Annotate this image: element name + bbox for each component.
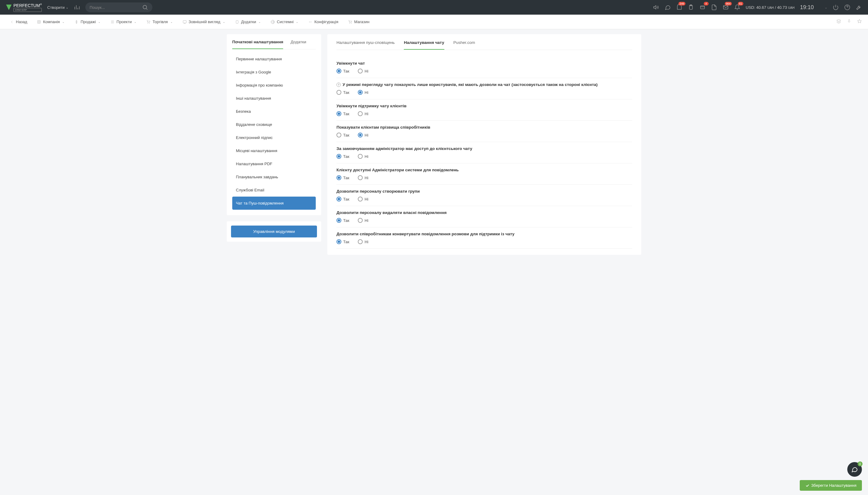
setting-label: Увімкнути чат (336, 61, 632, 66)
mail-icon[interactable]: 964 (723, 4, 729, 10)
sidebar-item[interactable]: Первинне налаштування (232, 52, 316, 66)
setting-label: Дозволити персоналу видаляти власні пові… (336, 210, 632, 215)
radio-group: ТакНі (336, 90, 632, 95)
clipboard-icon[interactable] (688, 4, 694, 10)
radio-option-yes[interactable]: Так (336, 197, 349, 202)
sidebar-card: Початкові налаштування Додатки Первинне … (227, 34, 321, 215)
radio-group: ТакНі (336, 154, 632, 159)
setting-label: Увімкнути підтримку чату клієнтів (336, 104, 632, 108)
radio-option-no[interactable]: Ні (358, 239, 368, 244)
create-button[interactable]: Створити (47, 5, 68, 10)
radio-option-yes[interactable]: Так (336, 133, 349, 137)
radio-group: ТакНі (336, 239, 632, 244)
content-tabs: Налаштування пуш-сповіщень Налаштування … (336, 40, 632, 50)
nav-system[interactable]: Системні (267, 15, 302, 29)
messages-icon[interactable]: 4 (699, 4, 706, 10)
radio-group: ТакНі (336, 197, 632, 202)
sidebar-item[interactable]: Інші налаштування (232, 92, 316, 105)
radio-option-no[interactable]: Ні (358, 90, 368, 95)
doc-icon[interactable] (711, 4, 717, 10)
sidebar-tab-addons[interactable]: Додатки (291, 40, 306, 49)
radio-group: ТакНі (336, 69, 632, 73)
flame-icon[interactable] (847, 19, 852, 25)
nav-sales[interactable]: Продажі (71, 15, 104, 29)
nav-trade[interactable]: Торгівля (143, 15, 176, 29)
star-icon[interactable] (857, 19, 862, 25)
inbox-icon[interactable]: 249 (676, 4, 682, 10)
logo-sup: ® (40, 3, 42, 6)
radio-option-no[interactable]: Ні (358, 111, 368, 116)
sound-icon[interactable] (653, 4, 659, 10)
sidebar-menu: Первинне налаштуванняІнтеграція з Google… (232, 52, 316, 210)
svg-rect-9 (236, 20, 238, 23)
radio-option-yes[interactable]: Так (336, 90, 349, 95)
sidebar-tabs: Початкові налаштування Додатки (232, 40, 316, 49)
tab-push[interactable]: Налаштування пуш-сповіщень (336, 40, 395, 50)
sidebar-item[interactable]: Інтеграція з Google (232, 66, 316, 79)
layers-icon[interactable] (836, 19, 841, 25)
sidebar-tab-initial[interactable]: Початкові налаштування (232, 40, 283, 49)
modules-button[interactable]: Управління модулями (231, 225, 317, 237)
radio-option-no[interactable]: Ні (358, 175, 368, 180)
wrench-icon[interactable] (856, 4, 862, 10)
radio-option-yes[interactable]: Так (336, 239, 349, 244)
radio-icon (358, 239, 363, 244)
help-icon[interactable] (844, 4, 850, 10)
power-icon[interactable] (833, 4, 839, 10)
radio-option-yes[interactable]: Так (336, 111, 349, 116)
setting-row: Клієнту доступні Адміністратори системи … (336, 164, 632, 185)
nav-right (836, 19, 862, 25)
setting-row: Увімкнути чатТакНі (336, 57, 632, 78)
bell-icon[interactable]: 61 (734, 4, 740, 10)
radio-icon (336, 218, 341, 223)
radio-option-no[interactable]: Ні (358, 69, 368, 73)
sidebar-item[interactable]: Віддалене сховище (232, 118, 316, 131)
svg-rect-2 (700, 6, 704, 9)
nav-projects[interactable]: Проекти (107, 15, 140, 29)
nav-addons[interactable]: Додатки (231, 15, 264, 29)
content-card: Налаштування пуш-сповіщень Налаштування … (327, 34, 641, 255)
sidebar-item[interactable]: Налаштування PDF (232, 157, 316, 170)
logo[interactable]: PERFECTUM® CRM+ERP (6, 3, 42, 12)
radio-option-yes[interactable]: Так (336, 154, 349, 159)
sub-nav: Назад Компанія Продажі Проекти Торгівля … (0, 15, 868, 29)
user-chevron-icon[interactable]: ⌄ (825, 6, 827, 9)
nav-company[interactable]: Компанія (33, 15, 68, 29)
nav-store[interactable]: Магазин (344, 15, 373, 29)
radio-option-no[interactable]: Ні (358, 133, 368, 137)
radio-icon (336, 133, 341, 137)
radio-icon (358, 90, 363, 95)
sidebar-item[interactable]: Службові Email (232, 184, 316, 197)
inbox-badge: 249 (678, 2, 685, 5)
radio-option-no[interactable]: Ні (358, 154, 368, 159)
nav-back[interactable]: Назад (6, 15, 31, 29)
sidebar-item[interactable]: Чат та Пуш-повідомлення (232, 197, 316, 210)
sidebar-item[interactable]: Електронний підпис (232, 131, 316, 144)
nav-appearance[interactable]: Зовнішній вигляд (179, 15, 229, 29)
radio-option-yes[interactable]: Так (336, 69, 349, 73)
radio-option-yes[interactable]: Так (336, 175, 349, 180)
search-icon[interactable] (142, 4, 148, 10)
setting-label: Показувати клієнтам прізвища співробітни… (336, 125, 632, 130)
chat-icon[interactable] (665, 4, 671, 10)
nav-config[interactable]: Конфігурація (305, 15, 342, 29)
svg-point-0 (143, 5, 146, 9)
sidebar-item[interactable]: Інформація про компанію (232, 79, 316, 92)
tab-chat[interactable]: Налаштування чату (404, 40, 444, 50)
radio-icon (336, 197, 341, 202)
radio-group: ТакНі (336, 133, 632, 137)
tab-pusher[interactable]: Pusher.com (453, 40, 475, 50)
search-input[interactable] (90, 5, 142, 10)
help-tooltip-icon[interactable]: ? (336, 83, 341, 87)
sidebar-item[interactable]: Безпека (232, 105, 316, 118)
sidebar-item[interactable]: Місцеві налаштування (232, 144, 316, 157)
radio-icon (336, 111, 341, 116)
radio-option-no[interactable]: Ні (358, 197, 368, 202)
radio-option-yes[interactable]: Так (336, 218, 349, 223)
sidebar-item[interactable]: Планувальник завдань (232, 170, 316, 184)
stats-icon[interactable] (74, 4, 80, 10)
radio-icon (358, 197, 363, 202)
radio-icon (358, 154, 363, 159)
svg-point-7 (149, 23, 150, 23)
radio-option-no[interactable]: Ні (358, 218, 368, 223)
